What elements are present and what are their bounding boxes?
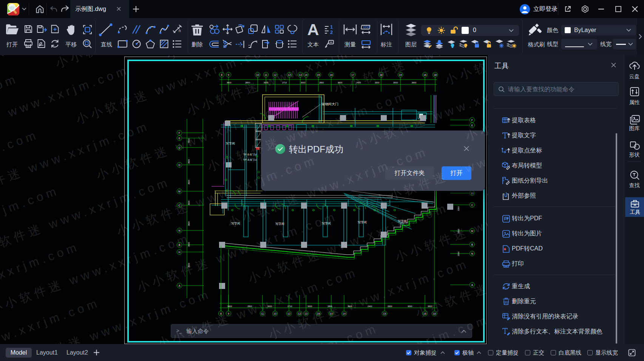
- svg-text:10: 10: [471, 192, 474, 195]
- svg-text:储物间大门: 储物间大门: [321, 102, 338, 106]
- svg-text:14: 14: [343, 312, 346, 315]
- svg-text:3600: 3600: [188, 201, 190, 205]
- svg-text:8: 8: [221, 74, 222, 76]
- svg-text:3000: 3000: [307, 305, 312, 307]
- svg-text:H: H: [178, 251, 180, 253]
- svg-text:写字间: 写字间: [275, 222, 284, 226]
- svg-text:3600: 3600: [428, 305, 432, 307]
- svg-text:B: B: [471, 243, 473, 246]
- svg-text:3600: 3600: [188, 242, 190, 247]
- svg-text:3600: 3600: [338, 81, 342, 84]
- svg-text:TP-8-8门1d: TP-8-8门1d: [243, 153, 257, 156]
- svg-text:E: E: [179, 137, 181, 140]
- svg-text:3600: 3600: [188, 159, 190, 164]
- svg-text:15: 15: [317, 74, 320, 76]
- svg-text:19: 19: [399, 74, 402, 76]
- svg-text:3600: 3600: [227, 81, 231, 84]
- svg-text:3600: 3600: [188, 180, 190, 184]
- svg-text:C: C: [178, 204, 180, 207]
- svg-text:3000: 3000: [408, 305, 412, 307]
- svg-text:C: C: [471, 204, 473, 206]
- svg-text:3600: 3600: [188, 263, 190, 267]
- svg-text:12: 12: [273, 74, 276, 76]
- svg-text:3600: 3600: [412, 81, 416, 84]
- svg-text:3600: 3600: [227, 305, 232, 307]
- svg-text:10: 10: [256, 74, 259, 76]
- svg-text:2710: 2710: [282, 81, 287, 84]
- svg-text:2400: 2400: [356, 81, 361, 84]
- svg-text:18: 18: [380, 74, 383, 76]
- svg-text:3000: 3000: [301, 81, 305, 84]
- svg-text:3600: 3600: [347, 305, 352, 307]
- svg-text:13: 13: [304, 312, 307, 315]
- svg-text:A: A: [179, 284, 181, 287]
- svg-text:B: B: [179, 244, 181, 246]
- svg-text:F: F: [471, 119, 473, 121]
- svg-text:N: N: [178, 229, 180, 232]
- svg-text:写字间: 写字间: [398, 220, 407, 223]
- svg-text:2710: 2710: [287, 305, 292, 307]
- svg-text:M: M: [178, 190, 181, 193]
- svg-text:16: 16: [423, 312, 426, 315]
- svg-text:8: 8: [220, 312, 222, 315]
- svg-text:16: 16: [330, 74, 333, 76]
- svg-text:D: D: [178, 164, 180, 166]
- svg-text:10: 10: [330, 312, 333, 315]
- svg-text:17: 17: [351, 74, 354, 76]
- svg-text:3300: 3300: [457, 252, 460, 256]
- svg-text:M: M: [471, 230, 473, 232]
- svg-text:2800: 2800: [247, 305, 252, 307]
- svg-text:写字间: 写字间: [322, 222, 331, 225]
- svg-text:写字间: 写字间: [231, 222, 240, 225]
- svg-text:9: 9: [228, 74, 229, 76]
- svg-text:F: F: [179, 132, 180, 134]
- svg-text:2800: 2800: [327, 305, 332, 307]
- svg-text:3600: 3600: [188, 138, 190, 143]
- svg-text:11: 11: [261, 312, 264, 315]
- svg-text:3600: 3600: [188, 221, 190, 226]
- svg-text:E: E: [471, 124, 473, 127]
- svg-text:写字间: 写字间: [226, 142, 235, 145]
- svg-text:3000: 3000: [267, 305, 272, 307]
- svg-text:写字间: 写字间: [358, 221, 367, 224]
- svg-text:n: n: [179, 29, 181, 33]
- svg-text:12: 12: [288, 74, 291, 76]
- svg-text:2400: 2400: [368, 305, 372, 307]
- svg-text:10: 10: [273, 312, 276, 315]
- svg-text:N: N: [471, 252, 473, 255]
- svg-text:3300: 3300: [457, 206, 460, 211]
- svg-text:U: U: [178, 146, 180, 149]
- svg-text:14: 14: [304, 74, 307, 76]
- svg-text:18: 18: [434, 74, 437, 76]
- svg-text:16: 16: [433, 312, 436, 315]
- svg-text:3300: 3300: [388, 305, 392, 307]
- svg-text:2: 2: [330, 29, 333, 34]
- svg-text:3300: 3300: [457, 229, 460, 233]
- svg-text:3000: 3000: [393, 81, 398, 84]
- svg-text:12: 12: [287, 312, 290, 315]
- svg-text:11: 11: [264, 74, 267, 76]
- svg-text:14: 14: [317, 312, 320, 315]
- svg-text:2800: 2800: [319, 81, 324, 84]
- svg-text:15: 15: [383, 312, 386, 315]
- svg-text:16: 16: [423, 74, 426, 76]
- svg-text:9: 9: [228, 312, 229, 315]
- svg-text:13: 13: [299, 74, 302, 76]
- svg-text:3300: 3300: [375, 81, 379, 84]
- svg-text:12: 12: [298, 312, 301, 315]
- svg-text:YP-8-8门1d: YP-8-8门1d: [243, 158, 257, 161]
- svg-text:3000: 3000: [264, 81, 268, 84]
- svg-text:2800: 2800: [245, 81, 250, 84]
- svg-text:A: A: [471, 284, 473, 286]
- svg-text:1: 1: [330, 25, 333, 30]
